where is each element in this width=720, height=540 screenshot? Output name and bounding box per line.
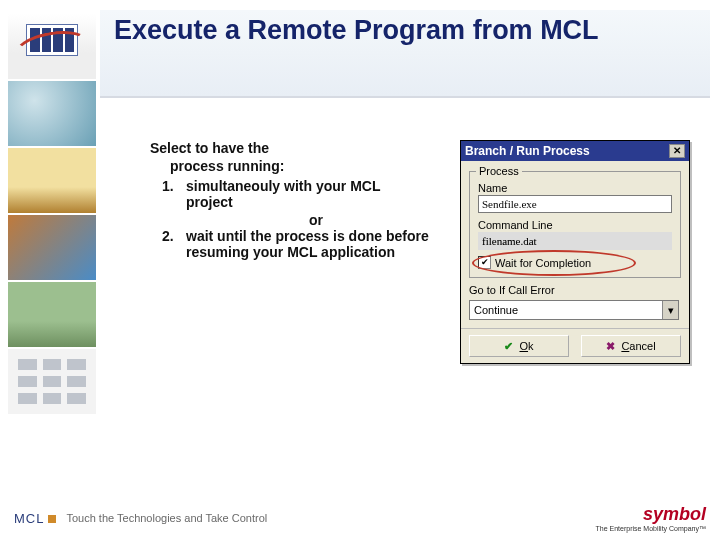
process-groupbox: Process Name Sendfile.exe Command Line f… [469,171,681,278]
thumb-image-4 [8,215,96,281]
goto-label: Go to If Call Error [469,284,681,296]
lead-line-2: process running: [150,158,430,174]
list-item-1: 1. simultaneouly with your MCL project [162,178,430,210]
list-num-1: 1. [162,178,186,210]
button-row: ✔ Ok ✖ Cancel [461,328,689,363]
footer-tagline: Touch the Technologies and Take Control [66,512,267,524]
title-bar: Execute a Remote Program from MCL [100,10,710,98]
check-icon: ✔ [504,340,513,353]
sidebar-thumbnails [8,14,96,415]
goto-select[interactable]: Continue ▾ [469,300,679,320]
dialog-titlebar[interactable]: Branch / Run Process ✕ [461,141,689,161]
cancel-button[interactable]: ✖ Cancel [581,335,681,357]
list-text-1: simultaneouly with your MCL project [186,178,430,210]
thumb-mcl-logo [8,14,96,80]
list-text-2: wait until the process is done before re… [186,228,430,260]
name-input[interactable]: Sendfile.exe [478,195,672,213]
ok-label: Ok [519,340,533,352]
dialog-branch-run-process: Branch / Run Process ✕ Process Name Send… [460,140,690,364]
symbol-logo: symbol The Enterprise Mobility Company™ [596,504,707,532]
thumb-image-5 [8,282,96,348]
thumb-grid-icon [8,349,96,415]
lead-line-1: Select to have the [150,140,430,156]
footer: MCL Touch the Technologies and Take Cont… [0,496,720,540]
command-line-label: Command Line [478,219,672,231]
list-item-2: 2. wait until the process is done before… [162,228,430,260]
cancel-label: Cancel [621,340,655,352]
ok-button[interactable]: ✔ Ok [469,335,569,357]
slide-content: Select to have the process running: 1. s… [150,140,430,262]
groupbox-legend: Process [476,165,522,177]
command-line-input[interactable]: filename.dat [478,232,672,250]
chevron-down-icon[interactable]: ▾ [662,301,678,319]
thumb-image-2 [8,81,96,147]
checkbox-icon[interactable]: ✔ [478,256,491,269]
slide-title: Execute a Remote Program from MCL [114,16,696,46]
list-or: or [162,212,430,228]
square-icon [48,515,56,523]
name-label: Name [478,182,672,194]
thumb-image-3 [8,148,96,214]
close-icon[interactable]: ✕ [669,144,685,158]
logo-swirl-icon [12,26,93,73]
dialog-title: Branch / Run Process [465,144,590,158]
list-num-2: 2. [162,228,186,260]
wait-checkbox-row[interactable]: ✔ Wait for Completion [478,256,672,269]
select-value: Continue [474,304,518,316]
mcl-logo: MCL [14,511,60,526]
wait-label: Wait for Completion [495,257,591,269]
x-icon: ✖ [606,340,615,353]
